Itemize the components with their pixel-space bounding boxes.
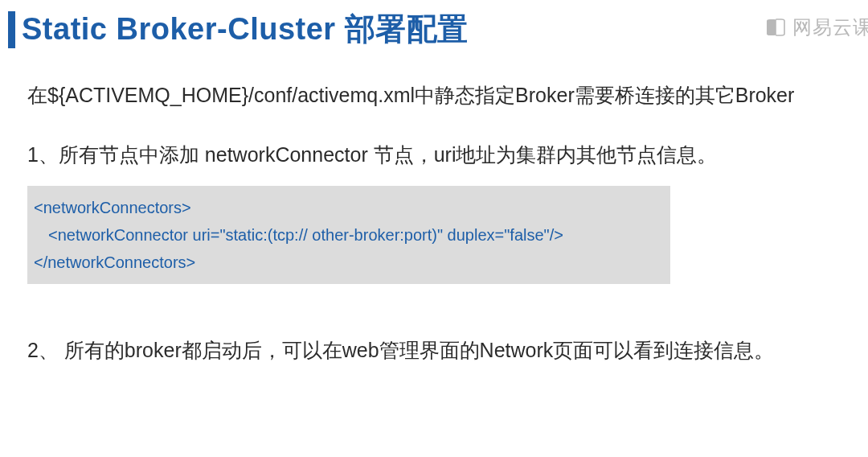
- code-line-3: </networkConnectors>: [34, 249, 664, 276]
- slide-title-container: Static Broker-Cluster 部署配置: [8, 11, 469, 48]
- step-2-text: 2、 所有的broker都启动后，可以在web管理界面的Network页面可以看…: [27, 336, 854, 364]
- slide-title: Static Broker-Cluster 部署配置: [22, 11, 469, 48]
- code-line-2: <networkConnector uri="static:(tcp:// ot…: [34, 221, 664, 249]
- title-accent-bar: [8, 11, 15, 48]
- watermark-text: 网易云课: [792, 14, 868, 40]
- code-line-1: <networkConnectors>: [34, 194, 664, 221]
- slide-content: 在${ACTIVEMQ_HOME}/conf/activemq.xml中静态指定…: [27, 80, 854, 364]
- step-1-text: 1、所有节点中添加 networkConnector 节点，uri地址为集群内其…: [27, 140, 854, 169]
- intro-text: 在${ACTIVEMQ_HOME}/conf/activemq.xml中静态指定…: [27, 80, 854, 109]
- watermark: 网易云课: [765, 14, 868, 40]
- book-icon: [765, 19, 786, 36]
- code-block: <networkConnectors> <networkConnector ur…: [27, 186, 670, 284]
